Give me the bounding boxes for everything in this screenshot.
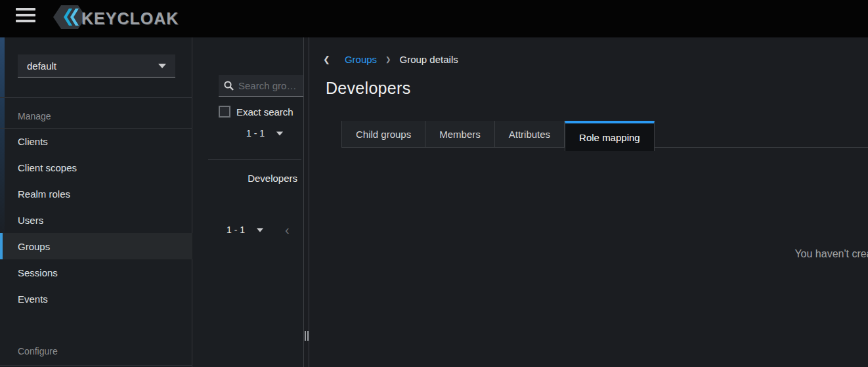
sidebar: default Manage Clients Client scopes Rea…	[0, 37, 192, 367]
sidebar-nav: Clients Client scopes Realm roles Users …	[0, 128, 192, 312]
divider	[0, 97, 192, 98]
sidebar-item-groups[interactable]: Groups	[0, 233, 192, 259]
group-tree-item-developers[interactable]: Developers	[248, 173, 297, 184]
empty-state-description: You haven't created any roles for this g…	[766, 248, 868, 260]
empty-state-title: No roles for this group	[766, 219, 868, 234]
search-icon	[224, 81, 234, 91]
divider	[0, 365, 192, 366]
tab-child-groups[interactable]: Child groups	[341, 121, 425, 148]
page-title: Developers	[326, 79, 410, 98]
sidebar-item-sessions[interactable]: Sessions	[0, 259, 192, 286]
sidebar-item-clients[interactable]: Clients	[0, 128, 192, 154]
sidebar-section-manage: Manage	[18, 111, 51, 121]
realm-selector[interactable]: default	[18, 54, 175, 77]
divider	[208, 159, 301, 160]
exact-search-checkbox[interactable]	[219, 106, 230, 118]
sidebar-section-configure: Configure	[18, 346, 58, 356]
breadcrumb: ❮ Groups ❯ Group details	[323, 54, 458, 65]
search-groups-input[interactable]	[238, 80, 298, 91]
breadcrumb-back-icon[interactable]: ❮	[323, 54, 330, 64]
chevron-down-icon	[257, 228, 263, 232]
exact-search-row: Exact search	[219, 106, 293, 118]
main-content: ❮ Groups ❯ Group details Developers Chil…	[309, 37, 868, 367]
tab-role-mapping[interactable]: Role mapping	[565, 121, 655, 151]
brand-text: KEYCLOAK	[81, 9, 179, 28]
pagination-range: 1 - 1	[227, 225, 245, 235]
sidebar-item-events[interactable]: Events	[0, 286, 192, 312]
chevron-down-icon	[276, 131, 283, 135]
group-search-box	[219, 75, 303, 97]
tab-members[interactable]: Members	[425, 121, 495, 148]
sidebar-item-users[interactable]: Users	[0, 207, 192, 233]
tab-attributes[interactable]: Attributes	[495, 121, 565, 148]
pagination-prev-icon[interactable]: ‹	[285, 225, 290, 234]
sidebar-item-client-scopes[interactable]: Client scopes	[0, 154, 192, 181]
sidebar-item-realm-roles[interactable]: Realm roles	[0, 181, 192, 207]
pagination-top[interactable]: 1 - 1	[246, 128, 284, 139]
groups-tree-panel: Exact search 1 - 1 Developers 1 - 1 ‹	[193, 37, 303, 367]
keycloak-logo[interactable]: KEYCLOAK	[53, 4, 179, 33]
breadcrumb-link-groups[interactable]: Groups	[345, 54, 377, 65]
chevron-down-icon	[158, 64, 166, 68]
breadcrumb-current: Group details	[400, 54, 458, 65]
panel-resize-splitter[interactable]	[303, 37, 309, 367]
keycloak-admin-console: KEYCLOAK default Manage Clients Client s…	[0, 0, 868, 367]
empty-state: No roles for this group You haven't crea…	[766, 167, 868, 331]
pagination-range: 1 - 1	[246, 128, 265, 139]
pagination-bottom[interactable]: 1 - 1	[227, 225, 264, 235]
splitter-grip-icon	[305, 331, 309, 341]
exact-search-label: Exact search	[236, 106, 293, 118]
breadcrumb-separator-icon: ❯	[385, 56, 391, 63]
hamburger-menu-icon[interactable]	[16, 8, 35, 23]
realm-selector-value: default	[27, 60, 158, 72]
top-bar: KEYCLOAK	[0, 0, 868, 37]
